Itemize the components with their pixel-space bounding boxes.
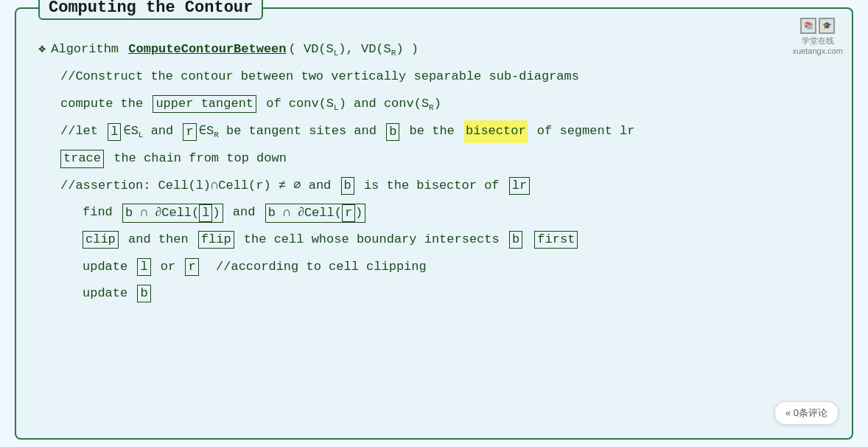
find-line: find b ∩ ∂Cell(l) and b ∩ ∂Cell(r): [83, 201, 830, 224]
update-text-2: //according to cell clipping: [201, 256, 427, 279]
algo-function-name: ComputeContourBetween: [128, 38, 286, 61]
compute-text-2: of conv(SL) and conv(SR): [259, 93, 441, 116]
l-box: l: [108, 123, 121, 141]
content: ❖ Algorithm ComputeContourBetween ( VD(S…: [38, 38, 830, 305]
algo-keyword: Algorithm: [51, 38, 126, 61]
upper-tangent-box: upper tangent: [153, 95, 256, 113]
bullet: ❖: [38, 38, 46, 61]
compute-line: compute the upper tangent of conv(SL) an…: [60, 93, 830, 116]
compute-text-1: compute the: [60, 93, 150, 116]
flip-box: flip: [198, 231, 234, 249]
b-cell-l-box: b ∩ ∂Cell(l): [122, 204, 223, 223]
l-box-2: l: [137, 258, 150, 276]
comment-line-1: //Construct the contour between two vert…: [60, 66, 830, 89]
lr-box: lr: [509, 177, 530, 195]
algo-params: ( VD(SL), VD(SR) ): [289, 38, 419, 61]
comment-button[interactable]: « 0条评论: [774, 401, 839, 425]
let-line: //let l ∈SL and r ∈SR be tangent sites a…: [60, 120, 830, 143]
trace-box: trace: [60, 150, 104, 167]
assertion-text-2: is the bisector of: [357, 175, 507, 198]
main-container: Computing the Contour 📚 🎓 学堂在线 xuetangx.…: [15, 7, 853, 440]
let-text-1: //let: [60, 120, 105, 143]
title-bar: Computing the Contour: [38, 0, 263, 20]
assertion-text-1: //assertion: Cell(l)∩Cell(r) ≠ ∅ and: [60, 175, 339, 198]
r-box-2: r: [185, 258, 198, 276]
clip-text-2: the cell whose boundary intersects: [237, 229, 507, 252]
trace-line: trace the chain from top down: [60, 148, 830, 170]
watermark-line1: 学堂在线: [802, 35, 834, 46]
find-text-1: find: [83, 201, 120, 224]
let-text-3: ∈SR be tangent sites and: [199, 120, 384, 143]
comment-1-text: //Construct the contour between two vert…: [60, 66, 579, 89]
first-box: first: [534, 231, 578, 249]
find-and: and: [225, 201, 263, 224]
b-box-1: b: [386, 123, 399, 141]
r-box: r: [183, 123, 196, 141]
watermark-icon1: 📚: [800, 18, 816, 34]
algorithm-line: ❖ Algorithm ComputeContourBetween ( VD(S…: [38, 38, 830, 61]
let-text-4: be the: [402, 120, 462, 143]
update-l-r-line: update l or r //according to cell clippi…: [83, 256, 830, 279]
watermark-line2: xuetangx.com: [793, 46, 843, 55]
trace-text: the chain from top down: [106, 148, 287, 170]
clip-text-3: [525, 229, 532, 252]
b-box-2: b: [341, 177, 354, 195]
title-text: Computing the Contour: [49, 0, 253, 17]
clip-line: clip and then flip the cell whose bounda…: [83, 229, 830, 252]
bisector-highlight: bisector: [464, 120, 528, 143]
let-text-5: of segment lr: [530, 120, 635, 143]
update-text-1: update: [83, 256, 135, 279]
watermark-icons: 📚 🎓: [800, 18, 835, 34]
update-or: or: [153, 256, 183, 279]
clip-text-1: and then: [121, 229, 196, 252]
b-cell-r-box: b ∩ ∂Cell(r): [265, 204, 366, 223]
update-b-text: update: [83, 283, 135, 305]
let-text-2: ∈SL and: [123, 120, 181, 143]
clip-box: clip: [83, 231, 119, 249]
watermark-icon2: 🎓: [819, 18, 835, 34]
assertion-line: //assertion: Cell(l)∩Cell(r) ≠ ∅ and b i…: [60, 175, 830, 198]
b-box-4: b: [137, 285, 150, 302]
b-box-3: b: [509, 231, 522, 249]
watermark: 📚 🎓 学堂在线 xuetangx.com: [793, 18, 843, 55]
update-b-line: update b: [83, 283, 830, 305]
